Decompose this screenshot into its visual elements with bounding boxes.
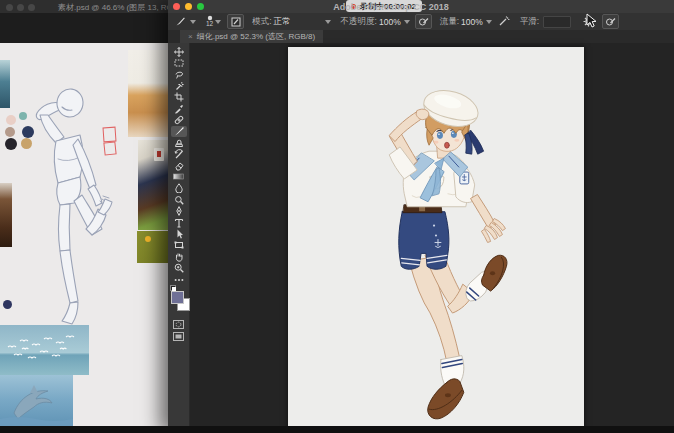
character-head-reference-image[interactable] xyxy=(128,50,168,137)
move-tool[interactable] xyxy=(171,46,187,57)
inactive-zoom-button[interactable] xyxy=(28,4,35,11)
eyedropper-tool[interactable] xyxy=(171,103,187,114)
dodge-tool[interactable] xyxy=(171,194,187,205)
type-tool[interactable] xyxy=(171,217,187,228)
canvas-pasteboard[interactable] xyxy=(190,43,674,433)
dolphin-jumping-image[interactable] xyxy=(0,375,73,428)
hand-tool[interactable] xyxy=(171,251,187,262)
opacity-value[interactable]: 100% xyxy=(379,17,401,27)
mouse-cursor xyxy=(586,13,598,29)
more-options-icon[interactable] xyxy=(171,274,187,285)
flow-label: 流量: xyxy=(440,16,459,28)
toggle-brush-panel-icon[interactable] xyxy=(227,14,244,29)
chevron-down-icon[interactable] xyxy=(404,20,410,24)
screen-mode-icon[interactable] xyxy=(171,331,187,342)
document-tab-title: 细化.psd @ 52.3% (选区, RGB/8) xyxy=(197,31,315,42)
blur-tool[interactable] xyxy=(171,183,187,194)
tab-bar: × 细化.psd @ 52.3% (选区, RGB/8) xyxy=(168,30,674,44)
pen-tool[interactable] xyxy=(171,205,187,216)
inactive-close-button[interactable] xyxy=(6,4,13,11)
olive-fabric-detail-image[interactable] xyxy=(137,231,168,263)
document-canvas[interactable] xyxy=(288,47,584,430)
background-window-titlebar[interactable]: 素材.psd @ 46.6% (图层 13, RGB/8) xyxy=(0,0,168,13)
inactive-minimize-button[interactable] xyxy=(17,4,24,11)
background-window[interactable]: 素材.psd @ 46.6% (图层 13, RGB/8) xyxy=(0,0,168,433)
sailor-outfit-photo[interactable] xyxy=(138,140,168,230)
palette-swatch[interactable] xyxy=(5,138,17,150)
brush-preset-picker[interactable]: 12 xyxy=(206,15,213,28)
lasso-tool[interactable] xyxy=(171,69,187,80)
palette-swatch[interactable] xyxy=(6,115,16,125)
dolphin-icon xyxy=(0,375,73,428)
crop-tool[interactable] xyxy=(171,92,187,103)
eraser-tool[interactable] xyxy=(171,160,187,171)
document-tab[interactable]: × 细化.psd @ 52.3% (选区, RGB/8) xyxy=(180,30,323,43)
chevron-down-icon[interactable] xyxy=(215,20,221,24)
brush-tool[interactable] xyxy=(171,126,187,137)
smoothing-value-box[interactable] xyxy=(543,16,571,28)
button-detail xyxy=(145,236,151,242)
brush-tool-icon[interactable] xyxy=(173,15,188,28)
history-brush-tool[interactable] xyxy=(171,149,187,160)
brown-leather-photo[interactable] xyxy=(0,183,12,247)
clone-stamp-tool[interactable] xyxy=(171,137,187,148)
seagulls-icon xyxy=(0,325,89,375)
cup-detail xyxy=(154,148,164,161)
quick-mask-icon[interactable] xyxy=(171,319,187,330)
background-canvas[interactable] xyxy=(0,43,168,433)
close-tab-icon[interactable]: × xyxy=(188,32,193,41)
flow-value[interactable]: 100% xyxy=(461,17,483,27)
pressure-opacity-icon[interactable] xyxy=(415,14,432,29)
gradient-tool[interactable] xyxy=(171,171,187,182)
sailor-character-artwork xyxy=(288,47,584,430)
airbrush-icon[interactable] xyxy=(497,15,512,28)
color-swatches xyxy=(169,289,189,315)
chevron-down-icon[interactable] xyxy=(190,20,196,24)
screen-bottom-edge xyxy=(0,426,674,433)
blue-sea-texture-image[interactable] xyxy=(0,60,10,108)
tools-panel xyxy=(168,43,190,433)
pose-sketch-mannequin xyxy=(18,83,118,328)
shape-tool[interactable] xyxy=(171,240,187,251)
palette-swatch[interactable] xyxy=(3,300,12,309)
mode-label: 模式: xyxy=(252,16,271,28)
mode-value[interactable]: 正常 xyxy=(274,16,322,28)
photoshop-window[interactable]: 录制中00:00:02 Adobe Photoshop CC 2018 12 模… xyxy=(168,0,674,433)
path-selection-tool[interactable] xyxy=(171,228,187,239)
app-title: Adobe Photoshop CC 2018 xyxy=(168,2,614,12)
foreground-color-swatch[interactable] xyxy=(171,291,184,304)
rectangular-marquee-tool[interactable] xyxy=(171,57,187,68)
opacity-label: 不透明度: xyxy=(341,16,377,28)
zoom-tool[interactable] xyxy=(171,262,187,273)
seagulls-over-sea-image[interactable] xyxy=(0,325,89,375)
brush-size-value: 12 xyxy=(206,21,213,28)
smoothing-label: 平滑: xyxy=(520,16,539,28)
titlebar[interactable]: 录制中00:00:02 Adobe Photoshop CC 2018 xyxy=(168,0,674,14)
chevron-down-icon[interactable] xyxy=(486,20,492,24)
magic-wand-tool[interactable] xyxy=(171,80,187,91)
palette-swatch[interactable] xyxy=(5,127,15,137)
spot-healing-brush-tool[interactable] xyxy=(171,114,187,125)
pressure-size-icon[interactable] xyxy=(602,14,619,29)
background-window-chrome xyxy=(0,13,168,44)
options-bar: 12 模式: 正常 不透明度: 100% 流量: 100% 平滑: xyxy=(168,13,674,31)
chevron-down-icon[interactable] xyxy=(325,20,331,24)
